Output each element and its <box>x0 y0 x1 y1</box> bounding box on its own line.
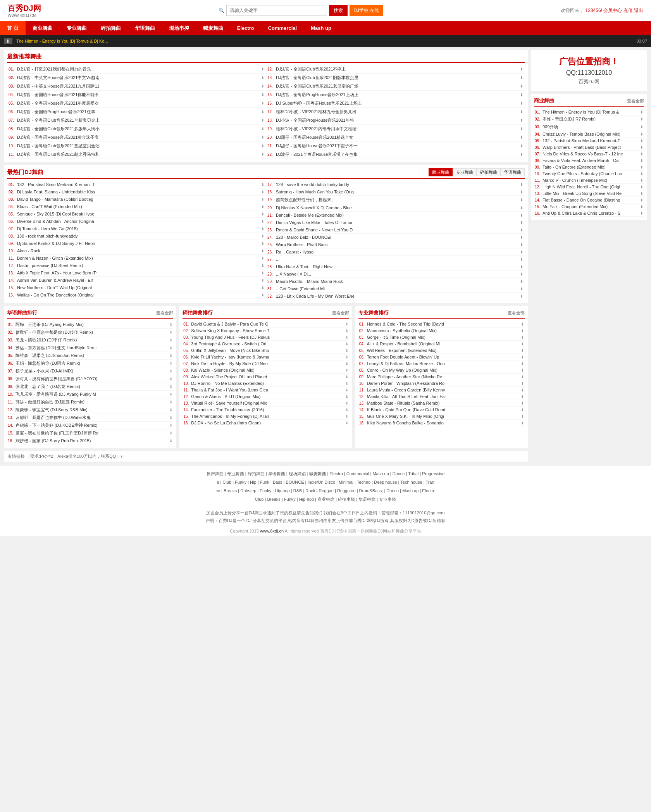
list-item[interactable]: 02.DJ法官 - 中英文House音乐2021中文Vs越南⬇ <box>7 74 266 82</box>
list-item[interactable]: 20.Dj Nicolas X Naxwell X Dj Combo - Blu… <box>266 204 525 212</box>
list-item[interactable]: 17.桂林DJ小波 - VIP2021桂林九号金新男儿出⬇ <box>266 108 525 116</box>
list-item[interactable]: 11.Laura Mvula - Green Garden (Billy Ken… <box>358 387 525 393</box>
list-item[interactable]: 11.Bonren & Nazen - Glitch (Extended Mix… <box>7 255 266 262</box>
list-item[interactable]: 10.Twenty One Pilots - Saturday (Charlie… <box>534 171 644 177</box>
logout-link[interactable]: 退出 <box>634 8 643 13</box>
list-item[interactable]: 04.Klaas - Can'T Wait (Extended Mix)⬇ <box>7 203 266 210</box>
nav-live[interactable]: 现场串控 <box>162 21 196 35</box>
list-item[interactable]: 14.Flat Basse - Dance On Cocaine (Blasti… <box>534 197 644 203</box>
list-item[interactable]: 01.阿梅 - 三连杀 (DJ.Ayang Funky Mix)⬇ <box>7 321 173 329</box>
list-item[interactable]: 04.3rd Prototype & Overused - Switch ( O… <box>183 341 349 347</box>
nav-commercial[interactable]: 商业舞曲 <box>26 21 60 35</box>
list-item[interactable]: 09.Dj Samuel Kimko' & DJ Sanny J Ft. Neo… <box>7 240 266 247</box>
chinese-ranking-link[interactable]: 查看全部 <box>156 310 173 316</box>
list-item[interactable]: 11.郭讲 - 做最好的自己 (DJ颜颜 Remix)⬇ <box>7 398 173 406</box>
list-item[interactable]: 03.David Tango - Mamasita (Colibri Bootl… <box>7 196 266 203</box>
list-item[interactable]: 11.Thalia & Fat Joe - I Want You (Ltmx C… <box>183 387 349 393</box>
list-item[interactable]: 12.Dashi - ромашки (DJ Steet Remix)⬇ <box>7 262 266 269</box>
list-item[interactable]: 21.Bancali - Beside Me (Extended Mix)⬇ <box>266 212 525 219</box>
dj-school-button[interactable]: DJ学校 在线 <box>350 5 383 16</box>
list-item[interactable]: 10.DJ.Ronrro - No Me Llamas (Extended)⬇ <box>183 380 349 387</box>
list-item[interactable]: 14.Admin Van Buuren & Andrew Rayel - Eif… <box>7 277 266 284</box>
tab-commercial[interactable]: 商业舞曲 <box>429 168 453 176</box>
list-item[interactable]: 02.Sullivan King X Kompany - Show Some T… <box>183 328 349 334</box>
list-item[interactable]: 06.Warp Brothers - Phatt Bass (Bass Proj… <box>534 144 644 151</box>
list-item[interactable]: 03.Gorge - It'S Time (Original Mix)⬇ <box>358 334 525 341</box>
list-item[interactable]: 13.Attb X Topic Feat. A7s - Your Love 9p… <box>7 269 266 277</box>
list-item[interactable]: 18.DJ小波 - 全国语ProgHouse音乐2021年特⬇ <box>266 116 525 125</box>
list-item[interactable]: 22.Dimitri Vegas Like Mike - Tales Of To… <box>266 219 525 226</box>
list-item[interactable]: 32.128 - Lit x Cada Life - My Own Worst … <box>266 293 525 300</box>
list-item[interactable]: 02.不修 - 帝田立(DJ R7 Remix)⬇ <box>534 116 644 123</box>
list-item[interactable]: 11.DJ法官 - 国粤语Club音乐2021刺比乔马特和⬇ <box>7 150 266 159</box>
list-item[interactable]: 14.卢鹤缘 - 下一站美好 (DJ.KOBE增神 Remix)⬇ <box>7 422 173 429</box>
tab-beat[interactable]: 碎拍舞曲 <box>477 168 501 176</box>
list-item[interactable]: 07.Leonyl & Dj Falk vs. Malibu Breeze - … <box>358 360 525 367</box>
list-item[interactable]: 09.Alex Wicked The Project Of Land Plane… <box>183 374 349 380</box>
list-item[interactable]: 05.Griffin X Jellybean - Move (Nick Bike… <box>183 347 349 354</box>
nav-commercial2[interactable]: Commercial <box>261 21 304 35</box>
list-item[interactable]: 09.Taito - On Encore (Extended Mix)⬇ <box>534 164 644 171</box>
list-item[interactable]: 28.Ultra Nate & Toni... Right Now⬇ <box>266 263 525 271</box>
member-center-link[interactable]: 会员中心 <box>603 8 622 13</box>
list-item[interactable]: 08.Conro - On My Way Up (Original Mix)⬇ <box>358 367 525 374</box>
list-item[interactable]: 25.Warp Brothers - Phatt Bass⬇ <box>266 241 525 248</box>
list-item[interactable]: 16.Anti Up & Chirs Lake & Chris Lorenzo … <box>534 210 644 217</box>
nav-electro[interactable]: Electro <box>230 21 261 35</box>
list-item[interactable]: 08.张可儿 - 没有你的世界很是黑自 (DJ.YOYO)⬇ <box>7 375 173 383</box>
list-item[interactable]: 05.Sonique - Sky 2015 (Dj Cool Break Hyp… <box>7 210 266 218</box>
list-item[interactable]: 14.Funkanizer - The Troublemaker (2016)⬇ <box>183 407 349 413</box>
list-item[interactable]: 10.DJ法官 - 国粤语Club音乐2021童温室贝金劲⬇ <box>7 142 266 150</box>
list-item[interactable]: 13.蓝郁郁 - 我是百也在你中 (DJ.Water水鬼⬇ <box>7 414 173 422</box>
list-item[interactable]: 19.超简数点配野性号们，摇起来。⬇ <box>266 196 525 204</box>
list-item[interactable]: 12.陈豪珠 - 珠宝宝气 (DJ.Sorry R&B Mix)⬇ <box>7 406 173 414</box>
list-item[interactable]: 22.DJ波仔 - 2021全粤语House音乐慢了夜色集⬇ <box>266 150 525 159</box>
list-item[interactable]: 26.Ra... Cabrst - Ilyaso⬇ <box>266 248 525 256</box>
list-item[interactable]: 13.DJ法官 - 全粤语Club音乐2021旧版本数点显⬇ <box>266 74 525 82</box>
list-item[interactable]: 09.DJ法官 - 国粤语House音乐2021黄金珠圣宝⬇ <box>7 133 266 142</box>
user-id-link[interactable]: 123456! <box>586 8 602 13</box>
list-item[interactable]: 09.Marc Philippe - Another Star (Niccko … <box>358 374 525 380</box>
list-item[interactable]: 16.Kiko Navarro ft Concha Buika - Sonand… <box>358 420 525 426</box>
search-input[interactable] <box>226 5 327 16</box>
list-item[interactable]: 02.贺敬轩 - 但愿余生都是你 (DJ传传 Remix)⬇ <box>7 329 173 336</box>
list-item[interactable]: 15.New Northern - Don'T Wait Up (Origina… <box>7 284 266 291</box>
tab-chinese[interactable]: 华语舞曲 <box>501 168 525 176</box>
list-item[interactable]: 04.A++ & Rosper - Bombshell (Original Mi… <box>358 341 525 347</box>
list-item[interactable]: 27....⬇ <box>266 256 525 263</box>
list-item[interactable]: 05.132 - Parisfeat Simo Merkand Kremont-… <box>534 138 644 144</box>
list-item[interactable]: 14.K.Blank - Quid Pro Quo (Dave Cold Rem… <box>358 407 525 413</box>
list-item[interactable]: 14.DJ法官 - 全国语Club音乐2021老母亲的广场⬇ <box>266 82 525 91</box>
list-item[interactable]: 03.黑龙 - 情歌2019 (DJ平仔 Remix)⬇ <box>7 336 173 344</box>
site-link[interactable]: www.8xdj.cn <box>260 529 284 533</box>
pause-button[interactable]: II <box>4 38 12 44</box>
list-item[interactable]: 07.Niels De Vries & Rocco Vs Bass-T - 12… <box>534 151 644 157</box>
list-item[interactable]: 31....Get Down (Extended Mi⬇ <box>266 285 525 293</box>
list-item[interactable]: 16.Wallas - Go On The Dancefloor (Origin… <box>7 291 266 299</box>
list-item[interactable]: 10.Darren Porter - Whiplash (Alessandra … <box>358 380 525 387</box>
list-item[interactable]: 29....X Naxwell X Dj...⬇ <box>266 271 525 278</box>
list-item[interactable]: 10.飞儿乐室 - 爱有路可遥 (DJ.Ayang Funky M⬇ <box>7 391 173 398</box>
list-item[interactable]: 06.Torren Foot Double Agent - Blowin' Up… <box>358 354 525 360</box>
list-item[interactable]: 07.Nick De La Hoyde - By My Side (DJ.Neo… <box>183 360 349 367</box>
list-item[interactable]: 24.128 - Marco Belz - BOUNCE!⬇ <box>266 234 525 241</box>
list-item[interactable]: 17.128 - save the world dutch-funkydaddy… <box>266 181 525 188</box>
list-item[interactable]: 18.Satroniq - How Much Can You Take (Ori… <box>266 188 525 196</box>
list-item[interactable]: 12.Manila Killa - All That'S Left Feat. … <box>358 393 525 400</box>
pro-ranking-link[interactable]: 查看全部 <box>508 310 525 316</box>
list-item[interactable]: 04.Chrizz Luvly - Temple Bass (Original … <box>534 131 644 138</box>
list-item[interactable]: 01.Hennes & Cold - The Second Trip (Davi… <box>358 321 525 328</box>
list-item[interactable]: 16.刘妍槿 - 国家 (DJ.Sorry Rnb Rmx 2015)⬇ <box>7 437 173 445</box>
list-item[interactable]: 06.Kyle Ft Lil Yachty - Ispy (Kameo & Ja… <box>183 354 349 360</box>
nav-mashup[interactable]: Mash up <box>304 21 338 35</box>
list-item[interactable]: 06.Diverse Bind & Akhdan - Anchor (Origi… <box>7 218 266 225</box>
list-item[interactable]: 11.Marco V - Crunch (Timelapse Mix)⬇ <box>534 177 644 184</box>
list-item[interactable]: 01.David Guetta & J Balvin - Para Que Te… <box>183 321 349 328</box>
nav-beat[interactable]: 碎拍舞曲 <box>94 21 128 35</box>
nav-home[interactable]: 首 页 <box>0 21 26 35</box>
list-item[interactable]: 12.High N Wild Feat. Norell - The One (O… <box>534 184 644 190</box>
list-item[interactable]: 03.Young Thug And J Hus - Feels (DJ Ruku… <box>183 334 349 341</box>
list-item[interactable]: 08.Kai Wachi - Silence (Original Mix)⬇ <box>183 367 349 374</box>
list-item[interactable]: 01.DJ法官 - 打造2021我们都在用力的音乐⬇ <box>7 65 266 74</box>
list-item[interactable]: 06.DJ法官 - 全国语ProgHouse音乐2021任事⬇ <box>7 108 266 116</box>
